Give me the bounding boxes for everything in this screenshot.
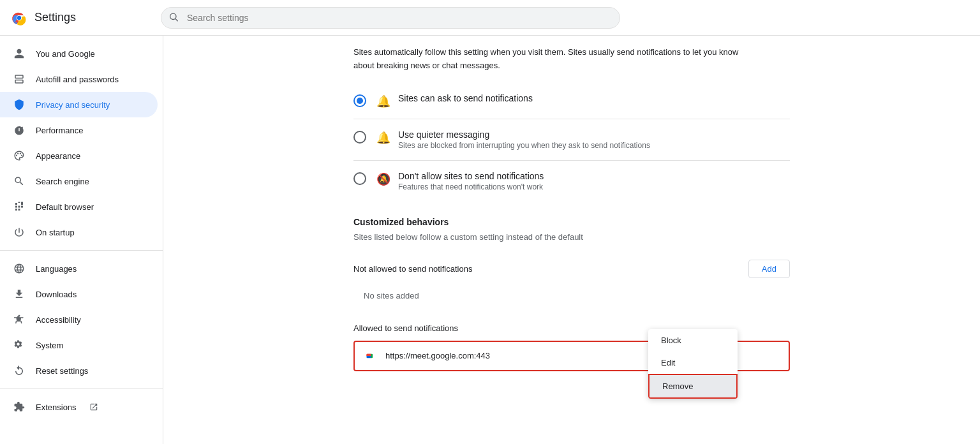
sidebar-item-privacy[interactable]: Privacy and security (0, 92, 158, 117)
sidebar-item-appearance[interactable]: Appearance (0, 143, 158, 168)
appearance-icon (13, 149, 26, 162)
page-title: Settings (34, 11, 76, 24)
customized-behaviors-title: Customized behaviors (353, 217, 790, 227)
sidebar-item-label: Privacy and security (36, 100, 110, 110)
sidebar-item-you-and-google[interactable]: You and Google (0, 41, 158, 66)
no-sites-text: No sites added (353, 286, 790, 306)
radio-content-dont-allow: 🔕 Don't allow sites to send notification… (376, 171, 544, 191)
customized-behaviors-subtitle: Sites listed below follow a custom setti… (353, 232, 790, 242)
header-logo: Settings (10, 9, 151, 27)
sidebar-item-label: Extensions (36, 403, 77, 412)
svg-point-5 (16, 155, 17, 156)
bell-icon: 🔔 (376, 94, 390, 108)
sidebar-item-label: Reset settings (36, 366, 88, 376)
svg-point-8 (21, 155, 22, 156)
content-area: Sites automatically follow this setting … (323, 36, 820, 371)
layout: You and Google Autofill and passwords Pr… (0, 36, 980, 444)
radio-text-quieter: Use quieter messaging Sites are blocked … (398, 130, 650, 150)
context-menu: Block Edit Remove (648, 329, 738, 399)
sidebar-item-accessibility[interactable]: Accessibility (0, 307, 158, 332)
main-content: Sites automatically follow this setting … (163, 36, 980, 444)
radio-circle-dont-allow (353, 172, 366, 185)
sidebar-item-on-startup[interactable]: On startup (0, 219, 158, 245)
add-not-allowed-button[interactable]: Add (748, 260, 790, 278)
sidebar-divider-2 (0, 389, 163, 389)
person-icon (13, 47, 26, 60)
not-allowed-header: Not allowed to send notifications Add (353, 252, 790, 286)
sidebar-item-autofill[interactable]: Autofill and passwords (0, 66, 158, 92)
sidebar-item-label: Default browser (36, 202, 94, 212)
system-icon (13, 339, 26, 352)
intro-text: Sites automatically follow this setting … (353, 36, 790, 78)
sidebar-item-label: You and Google (36, 49, 95, 59)
radio-text-dont-allow: Don't allow sites to send notifications … (398, 171, 544, 191)
sidebar-item-reset-settings[interactable]: Reset settings (0, 358, 158, 383)
sidebar-item-label: Appearance (36, 151, 80, 161)
sidebar-item-system[interactable]: System (0, 332, 158, 358)
sidebar: You and Google Autofill and passwords Pr… (0, 36, 163, 444)
sidebar-item-label: Search engine (36, 177, 89, 186)
sidebar-item-label: Accessibility (36, 315, 81, 325)
sidebar-item-search-engine[interactable]: Search engine (0, 168, 158, 194)
search-input[interactable] (161, 7, 620, 29)
radio-circle-quieter (353, 131, 366, 144)
globe-icon (13, 262, 26, 275)
svg-line-4 (175, 18, 178, 21)
meet-favicon-icon (365, 350, 378, 362)
context-menu-item-block[interactable]: Block (648, 329, 738, 352)
svg-point-2 (17, 15, 21, 19)
sidebar-item-performance[interactable]: Performance (0, 117, 158, 143)
notification-radio-group: 🔔 Sites can ask to send notifications 🔔 … (353, 83, 790, 202)
sidebar-item-languages[interactable]: Languages (0, 256, 158, 281)
not-allowed-label: Not allowed to send notifications (353, 264, 472, 274)
svg-point-7 (20, 153, 21, 154)
search-icon (168, 11, 179, 24)
extensions-icon (13, 401, 26, 413)
sidebar-item-label: System (36, 341, 63, 350)
svg-point-3 (170, 13, 176, 19)
shield-icon (13, 98, 26, 111)
sidebar-item-label: Performance (36, 126, 83, 135)
not-allowed-section: Not allowed to send notifications Add No… (353, 252, 790, 306)
radio-circle-ask (353, 94, 366, 107)
radio-option-quieter[interactable]: 🔔 Use quieter messaging Sites are blocke… (353, 119, 790, 161)
startup-icon (13, 226, 26, 239)
reset-icon (13, 364, 26, 377)
sidebar-item-label: Autofill and passwords (36, 75, 119, 84)
radio-option-ask[interactable]: 🔔 Sites can ask to send notifications (353, 83, 790, 119)
context-menu-item-edit[interactable]: Edit (648, 352, 738, 374)
performance-icon (13, 124, 26, 137)
radio-option-dont-allow[interactable]: 🔕 Don't allow sites to send notification… (353, 161, 790, 202)
radio-content-ask: 🔔 Sites can ask to send notifications (376, 93, 533, 108)
accessibility-icon (13, 313, 26, 326)
sidebar-item-label: On startup (36, 228, 75, 237)
context-menu-item-remove[interactable]: Remove (648, 374, 738, 399)
external-link-icon (89, 403, 98, 411)
radio-content-quieter: 🔔 Use quieter messaging Sites are blocke… (376, 130, 650, 150)
header: Settings (0, 0, 980, 36)
download-icon (13, 288, 26, 300)
radio-text-ask: Sites can ask to send notifications (398, 93, 533, 103)
search-bar (161, 7, 620, 29)
muted-bell-icon: 🔕 (376, 172, 390, 186)
sidebar-item-default-browser[interactable]: Default browser (0, 194, 158, 219)
search-engine-icon (13, 175, 26, 188)
sidebar-item-downloads[interactable]: Downloads (0, 281, 158, 307)
browser-icon (13, 200, 26, 213)
svg-point-6 (17, 153, 19, 154)
autofill-icon (13, 73, 26, 85)
sidebar-divider (0, 250, 163, 251)
quiet-bell-icon: 🔔 (376, 131, 390, 145)
sidebar-item-label: Downloads (36, 290, 77, 299)
sidebar-item-label: Languages (36, 264, 77, 274)
sidebar-item-extensions[interactable]: Extensions (0, 394, 158, 420)
chrome-logo-icon (10, 9, 28, 27)
